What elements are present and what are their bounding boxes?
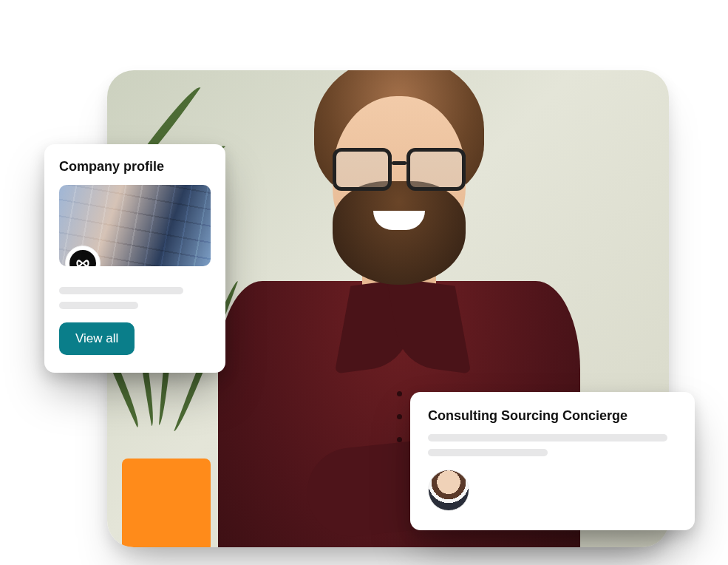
skeleton-line [59,302,138,309]
infinity-logo-icon [69,250,96,266]
skeleton-line [428,434,667,441]
company-thumbnail [59,185,211,266]
skeleton-line [428,449,548,456]
skeleton-line [59,287,183,294]
concierge-card: Consulting Sourcing Concierge [410,392,695,530]
company-logo-badge [65,246,101,266]
concierge-avatar [428,470,469,511]
view-all-button[interactable]: View all [59,322,135,355]
company-profile-title: Company profile [59,159,211,175]
company-profile-card: Company profile View all [44,144,225,373]
concierge-title: Consulting Sourcing Concierge [428,408,677,424]
